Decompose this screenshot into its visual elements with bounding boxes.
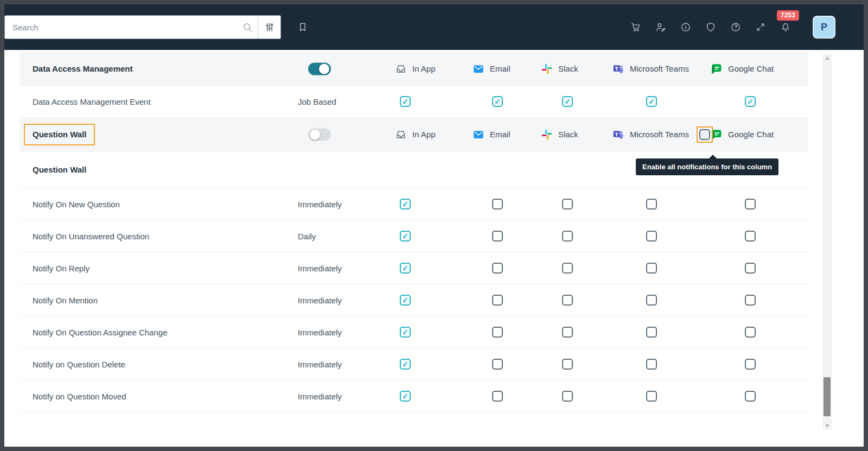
channel-header: Email bbox=[473, 63, 510, 75]
bell-icon[interactable]: 7253 bbox=[780, 22, 791, 33]
checkbox-cell bbox=[562, 359, 573, 370]
checkbox-cell bbox=[400, 231, 411, 242]
checkbox-in-app[interactable] bbox=[400, 327, 411, 338]
search-input[interactable] bbox=[5, 16, 237, 39]
checkbox-microsoft-teams[interactable] bbox=[646, 231, 657, 242]
shield-icon[interactable] bbox=[705, 22, 716, 33]
checkbox-email[interactable] bbox=[492, 96, 503, 107]
checkbox-cell bbox=[646, 359, 657, 370]
checkbox-in-app[interactable] bbox=[400, 359, 411, 370]
help-icon[interactable] bbox=[730, 22, 741, 33]
checkbox-google-chat[interactable] bbox=[745, 199, 756, 209]
channel-label: Google Chat bbox=[728, 64, 774, 73]
checkbox-microsoft-teams[interactable] bbox=[646, 199, 657, 209]
subheader-title: Question Wall bbox=[33, 165, 86, 174]
channel-header: Google Chat bbox=[711, 63, 774, 75]
search-bar bbox=[4, 15, 281, 39]
section-title: Data Access Management bbox=[33, 64, 133, 73]
checkbox-cell bbox=[745, 327, 756, 338]
checkbox-in-app[interactable] bbox=[400, 391, 411, 402]
checkbox-google-chat[interactable] bbox=[745, 263, 756, 274]
expand-icon[interactable] bbox=[755, 22, 766, 33]
notification-table: Data Access ManagementIn AppEmailSlackMi… bbox=[20, 52, 808, 412]
checkbox-cell bbox=[646, 295, 657, 306]
checkbox-microsoft-teams[interactable] bbox=[646, 391, 657, 402]
checkbox-email[interactable] bbox=[492, 263, 503, 274]
checkbox-cell bbox=[492, 391, 503, 402]
channel-header: In App bbox=[395, 63, 436, 75]
checkbox-email[interactable] bbox=[492, 327, 503, 338]
row-label: Notify On Unanswered Question bbox=[33, 232, 149, 241]
row-frequency: Immediately bbox=[298, 296, 342, 305]
checkbox-in-app[interactable] bbox=[400, 231, 411, 242]
table-row: Notify On Unanswered QuestionDaily bbox=[20, 220, 808, 252]
channel-label: Email bbox=[490, 64, 510, 73]
checkbox-email[interactable] bbox=[492, 391, 503, 402]
scrollbar-thumb[interactable] bbox=[824, 377, 831, 416]
checkbox-cell bbox=[745, 96, 756, 107]
checkbox-slack[interactable] bbox=[562, 359, 573, 370]
row-label: Notify On Reply bbox=[33, 264, 90, 273]
checkbox-google-chat[interactable] bbox=[745, 295, 756, 306]
checkbox-google-chat[interactable] bbox=[745, 391, 756, 402]
checkbox-cell bbox=[562, 391, 573, 402]
table-row: Notify on Question MovedImmediately bbox=[20, 380, 808, 412]
checkbox-slack[interactable] bbox=[562, 391, 573, 402]
checkbox-microsoft-teams[interactable] bbox=[646, 263, 657, 274]
checkbox-cell bbox=[400, 96, 411, 107]
vertical-scrollbar[interactable] bbox=[822, 54, 832, 430]
bookmark-icon[interactable] bbox=[297, 22, 308, 33]
enable-column-checkbox[interactable] bbox=[699, 129, 710, 140]
checkbox-in-app[interactable] bbox=[400, 295, 411, 306]
checkbox-slack[interactable] bbox=[562, 199, 573, 209]
checkbox-email[interactable] bbox=[492, 295, 503, 306]
row-frequency: Immediately bbox=[298, 264, 342, 273]
scroll-up-arrow[interactable] bbox=[822, 54, 832, 62]
table-row: Notify On Question Assignee ChangeImmedi… bbox=[20, 316, 808, 348]
checkbox-cell bbox=[562, 263, 573, 274]
section-toggle[interactable] bbox=[308, 62, 331, 75]
checkbox-google-chat[interactable] bbox=[745, 359, 756, 370]
checkbox-microsoft-teams[interactable] bbox=[646, 295, 657, 306]
checkbox-cell bbox=[492, 96, 503, 107]
checkbox-microsoft-teams[interactable] bbox=[646, 327, 657, 338]
checkbox-in-app[interactable] bbox=[400, 96, 411, 107]
channel-label: Microsoft Teams bbox=[630, 64, 689, 73]
checkbox-email[interactable] bbox=[492, 231, 503, 242]
info-icon[interactable] bbox=[680, 22, 691, 33]
cart-icon[interactable] bbox=[630, 22, 641, 33]
section-toggle[interactable] bbox=[308, 128, 331, 141]
checkbox-google-chat[interactable] bbox=[745, 327, 756, 338]
checkbox-email[interactable] bbox=[492, 199, 503, 209]
checkbox-slack[interactable] bbox=[562, 263, 573, 274]
checkbox-microsoft-teams[interactable] bbox=[646, 96, 657, 107]
checkbox-slack[interactable] bbox=[562, 327, 573, 338]
channel-label: Email bbox=[490, 130, 510, 139]
checkbox-slack[interactable] bbox=[562, 295, 573, 306]
checkbox-cell bbox=[400, 295, 411, 306]
checkbox-cell bbox=[400, 199, 411, 209]
channel-header: Microsoft Teams bbox=[612, 129, 689, 141]
checkbox-email[interactable] bbox=[492, 359, 503, 370]
notification-badge: 7253 bbox=[777, 10, 799, 21]
row-frequency: Daily bbox=[298, 232, 316, 241]
checkbox-in-app[interactable] bbox=[400, 199, 411, 209]
checkbox-cell bbox=[646, 263, 657, 274]
section-title: Question Wall bbox=[33, 130, 86, 139]
checkbox-google-chat[interactable] bbox=[745, 231, 756, 242]
row-label: Notify on Question Moved bbox=[33, 392, 126, 401]
checkbox-slack[interactable] bbox=[562, 96, 573, 107]
checkbox-slack[interactable] bbox=[562, 231, 573, 242]
checkbox-cell bbox=[492, 231, 503, 242]
title-wrap: Data Access Management bbox=[33, 64, 133, 74]
search-filter-button[interactable] bbox=[258, 16, 280, 39]
user-edit-icon[interactable] bbox=[655, 22, 666, 33]
checkbox-in-app[interactable] bbox=[400, 263, 411, 274]
channel-header: Email bbox=[473, 129, 510, 141]
checkbox-google-chat[interactable] bbox=[745, 96, 756, 107]
scroll-down-arrow[interactable] bbox=[822, 422, 832, 430]
checkbox-microsoft-teams[interactable] bbox=[646, 359, 657, 370]
avatar[interactable]: P bbox=[813, 16, 835, 39]
channel-label: Slack bbox=[558, 64, 578, 73]
search-icon[interactable] bbox=[237, 16, 258, 39]
